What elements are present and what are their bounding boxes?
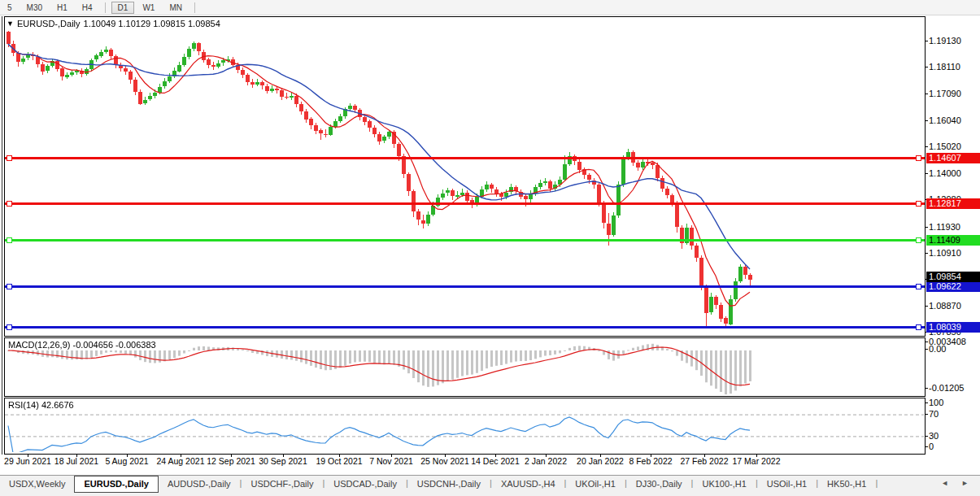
tab-separator: |: [875, 476, 878, 490]
rsi-label: RSI(14) 42.6676: [8, 400, 74, 410]
timeframe-button-w1[interactable]: W1: [136, 2, 161, 14]
tab-dj30-daily[interactable]: DJ30-,Daily: [627, 476, 691, 492]
level-price-badge: 1.11409: [926, 235, 980, 246]
rsi-indicator-canvas[interactable]: [5, 398, 924, 452]
timeframe-button-h4[interactable]: H4: [76, 2, 99, 14]
line-handle-left[interactable]: [7, 324, 12, 330]
date-label: 19 Oct 2021: [316, 456, 362, 466]
price-tick-mark: [925, 227, 928, 228]
line-handle-right[interactable]: [916, 324, 921, 330]
tab-ukoil-h1[interactable]: UKOil-,H1: [566, 476, 625, 492]
macd-tick-mark: [925, 342, 928, 342]
date-label: 27 Feb 2022: [681, 456, 729, 466]
price-tick-label: 1.15020: [929, 142, 961, 151]
horizontal-level-line[interactable]: [5, 239, 925, 241]
trading-terminal-window: 5M30H1H4D1W1MN ▼ EURUSD-,Daily 1.10049 1…: [0, 0, 980, 496]
tab-usdchf-daily[interactable]: USDCHF-,Daily: [242, 476, 322, 492]
macd-axis-min: -0.01205: [929, 384, 964, 393]
rsi-axis-label: 30: [929, 432, 939, 441]
price-tick-label: 1.14000: [929, 169, 961, 178]
rsi-tick-mark: [925, 414, 928, 415]
price-tick-label: 1.11930: [929, 223, 960, 232]
level-price-badge: 1.08039: [926, 322, 980, 333]
timeframe-button-5[interactable]: 5: [1, 2, 19, 14]
macd-label: MACD(12,26,9) -0.004656 -0.006383: [8, 340, 156, 350]
date-label: 18 Jul 2021: [54, 456, 98, 466]
line-handle-right[interactable]: [916, 155, 921, 161]
line-handle-right[interactable]: [916, 284, 921, 289]
date-label: 7 Nov 2021: [369, 456, 413, 466]
symbol-dropdown-icon[interactable]: ▼: [7, 20, 14, 28]
toolbar-separator: [105, 2, 106, 13]
tab-hk50-h1[interactable]: HK50-,H1: [818, 476, 875, 492]
level-price-badge: 1.12817: [926, 198, 980, 209]
tab-scroll-right-arrow[interactable]: ►: [961, 479, 969, 487]
timeframe-button-m30[interactable]: M30: [20, 2, 49, 14]
line-handle-left[interactable]: [7, 155, 12, 161]
tab-scroll-left-arrow[interactable]: ◄: [941, 479, 948, 487]
timeframe-button-mn[interactable]: MN: [163, 2, 189, 14]
macd-tick-mark: [925, 388, 928, 389]
timeframe-button-h1[interactable]: H1: [50, 2, 74, 14]
macd-tick-mark: [925, 349, 928, 350]
chart-ohlc-values: 1.10049 1.10129 1.09815 1.09854: [84, 19, 220, 28]
chart-title: ▼ EURUSD-,Daily 1.10049 1.10129 1.09815 …: [7, 19, 220, 28]
tab-uk100-h1[interactable]: UK100-,H1: [693, 476, 755, 492]
timeframe-toolbar: 5M30H1H4D1W1MN: [0, 0, 980, 15]
chart-left-edge: [2, 16, 2, 455]
macd-axis-zero: 0.00: [929, 345, 946, 354]
toolbar-separator: [194, 2, 195, 13]
price-tick-label: 1.19130: [929, 37, 961, 46]
price-tick-label: 1.10910: [929, 249, 961, 258]
line-handle-right[interactable]: [916, 237, 921, 243]
date-label: 5 Aug 2021: [105, 456, 148, 466]
tab-scroll-arrows: ◄►: [941, 476, 980, 487]
tab-xauusd-h4[interactable]: XAUUSD-,H4: [492, 476, 564, 492]
horizontal-level-line[interactable]: [5, 202, 925, 205]
line-handle-right[interactable]: [916, 201, 921, 207]
date-label: 14 Dec 2021: [471, 456, 520, 466]
tab-audusd-daily[interactable]: AUDUSD-,Daily: [159, 476, 240, 492]
level-price-badge: 1.09622: [926, 281, 980, 292]
timeframe-button-d1[interactable]: D1: [111, 2, 135, 14]
tab-eurusd-daily[interactable]: EURUSD-,Daily: [74, 476, 158, 493]
tab-usdcnh-daily[interactable]: USDCNH-,Daily: [408, 476, 490, 492]
price-tick-mark: [925, 173, 928, 174]
line-handle-left[interactable]: [7, 201, 12, 207]
rsi-axis-label: 70: [929, 410, 939, 419]
date-label: 29 Jun 2021: [4, 456, 51, 466]
rsi-tick-mark: [925, 436, 928, 437]
line-handle-left[interactable]: [7, 237, 12, 243]
line-handle-left[interactable]: [7, 284, 12, 289]
price-tick-mark: [925, 306, 928, 307]
price-tick-mark: [925, 120, 928, 121]
date-label: 30 Sep 2021: [259, 456, 307, 466]
tab-usdcad-daily[interactable]: USDCAD-,Daily: [324, 476, 406, 492]
level-price-badge: 1.14607: [926, 153, 980, 163]
tab-usdx-weekly[interactable]: USDX,Weekly: [0, 476, 74, 492]
date-label: 17 Mar 2022: [733, 456, 781, 466]
rsi-tick-mark: [925, 446, 928, 447]
current-price-badge: 1.09854: [926, 272, 980, 282]
tab-usoil-h1[interactable]: USOil-,H1: [758, 476, 817, 492]
price-tick-label: 1.17090: [929, 89, 961, 98]
date-label: 25 Nov 2021: [420, 456, 469, 466]
date-label: 2 Jan 2022: [525, 456, 567, 466]
horizontal-level-line[interactable]: [5, 285, 925, 288]
horizontal-level-line[interactable]: [5, 326, 925, 328]
date-label: 20 Jan 2022: [577, 456, 624, 466]
price-tick-label: 1.16040: [929, 116, 961, 125]
price-tick-label: 1.18110: [929, 63, 960, 72]
price-tick-mark: [925, 146, 928, 147]
rsi-axis-label: 0: [929, 442, 934, 451]
price-tick-mark: [925, 67, 928, 67]
price-tick-mark: [925, 41, 928, 41]
horizontal-level-line[interactable]: [5, 157, 925, 159]
date-label: 24 Aug 2021: [157, 456, 205, 466]
chart-symbol-label: EURUSD-,Daily: [17, 19, 81, 28]
date-label: 8 Feb 2022: [629, 456, 672, 466]
price-tick-label: 1.08870: [929, 302, 961, 311]
price-tick-mark: [925, 94, 928, 94]
symbol-tab-bar: USDX,WeeklyEURUSD-,DailyAUDUSD-,Daily|US…: [0, 475, 980, 496]
rsi-axis-label: 100: [929, 398, 943, 407]
